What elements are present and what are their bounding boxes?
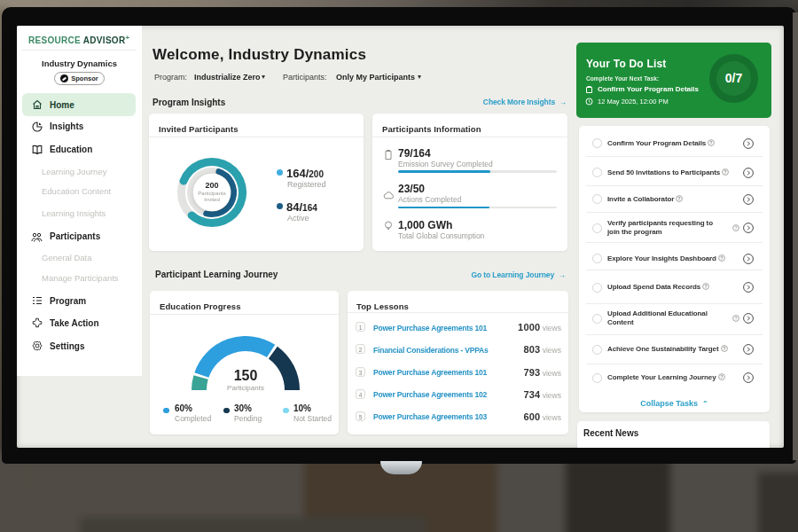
svg-text:?: ?: [710, 140, 714, 145]
svg-text:?: ?: [678, 196, 682, 201]
svg-text:?: ?: [723, 346, 726, 351]
svg-text:?: ?: [734, 225, 737, 231]
svg-text:?: ?: [705, 284, 708, 289]
svg-text:?: ?: [734, 316, 737, 321]
svg-text:?: ?: [724, 169, 728, 175]
svg-text:?: ?: [720, 374, 724, 379]
svg-text:?: ?: [720, 255, 724, 261]
